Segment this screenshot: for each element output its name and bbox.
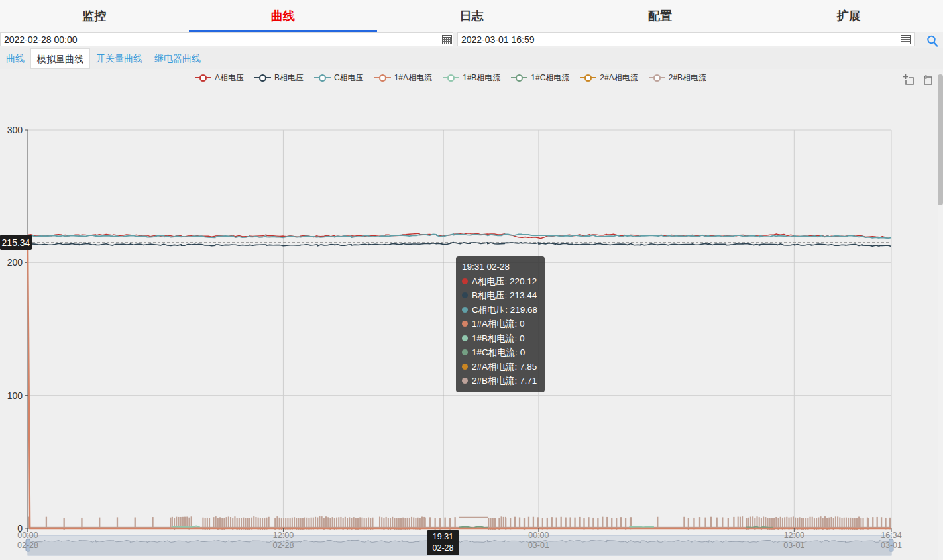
svg-text:12:00: 12:00 xyxy=(273,531,294,540)
tooltip-row: 1#C相电流: 0 xyxy=(462,345,537,360)
zoom-select-icon[interactable] xyxy=(903,74,915,86)
svg-text:00:00: 00:00 xyxy=(17,531,38,540)
tooltip-value: 2#B相电流: 7.71 xyxy=(472,374,537,388)
tab-label: 扩展 xyxy=(837,8,861,24)
x-pointer-date: 02-28 xyxy=(427,543,459,554)
app-window: 监控曲线日志配置扩展 曲线模拟量曲线开关量曲线继电器曲线 A相电压B相电压C相电… xyxy=(0,0,943,560)
legend-item-1[interactable]: B相电压 xyxy=(254,72,304,84)
vertical-scrollbar[interactable] xyxy=(938,73,943,560)
legend-line-circle-icon xyxy=(374,74,391,82)
curve-type-tabs: 曲线模拟量曲线开关量曲线继电器曲线 xyxy=(0,48,943,69)
calendar-icon[interactable] xyxy=(901,34,911,44)
tooltip-value: 1#A相电流: 0 xyxy=(472,317,525,331)
svg-text:00:00: 00:00 xyxy=(528,531,549,540)
svg-text:03-01: 03-01 xyxy=(881,541,902,550)
subtab-0[interactable]: 曲线 xyxy=(0,48,30,69)
legend-item-6[interactable]: 2#A相电流 xyxy=(580,72,638,84)
legend-item-4[interactable]: 1#B相电流 xyxy=(443,72,500,84)
legend-item-5[interactable]: 1#C相电流 xyxy=(511,72,569,84)
scrollbar-thumb[interactable] xyxy=(938,74,943,205)
legend-line-circle-icon xyxy=(511,74,527,82)
svg-text:12:00: 12:00 xyxy=(784,531,804,540)
tooltip-row: 2#B相电流: 7.71 xyxy=(462,374,537,388)
legend-line-circle-icon xyxy=(195,74,211,82)
legend-item-3[interactable]: 1#A相电流 xyxy=(374,72,432,84)
legend-line-circle-icon xyxy=(649,74,665,82)
series-dot-icon xyxy=(462,307,468,313)
datazoom-left-handle[interactable] xyxy=(26,539,30,551)
tab-label: 曲线 xyxy=(271,8,295,24)
start-datetime-input[interactable] xyxy=(0,32,453,46)
svg-text:0: 0 xyxy=(17,523,23,533)
tooltip-row: A相电压: 220.12 xyxy=(462,274,537,289)
end-datetime-input[interactable] xyxy=(457,32,915,46)
svg-text:03-01: 03-01 xyxy=(528,541,549,550)
series-dot-icon xyxy=(462,292,468,298)
tab-4[interactable]: 扩展 xyxy=(754,0,943,32)
svg-text:02-28: 02-28 xyxy=(272,541,294,550)
series-dot-icon xyxy=(462,335,468,341)
legend-label: 1#C相电流 xyxy=(531,72,569,84)
tooltip-row: B相电压: 213.44 xyxy=(462,288,537,303)
series-dot-icon xyxy=(462,349,468,355)
legend-item-7[interactable]: 2#B相电流 xyxy=(649,72,706,84)
svg-text:300: 300 xyxy=(7,125,23,135)
tooltip-value: 2#A相电流: 7.85 xyxy=(472,360,537,374)
legend-label: 2#B相电流 xyxy=(669,72,706,84)
x-axis-pointer-label: 19:31 02-28 xyxy=(427,530,459,555)
chart-tooltip: 19:31 02-28 A相电压: 220.12B相电压: 213.44C相电压… xyxy=(456,256,545,392)
svg-text:200: 200 xyxy=(7,257,23,268)
top-tab-bar: 监控曲线日志配置扩展 xyxy=(0,0,943,32)
tab-label: 监控 xyxy=(82,8,106,24)
tooltip-row: 1#A相电流: 0 xyxy=(462,317,537,331)
svg-text:03-01: 03-01 xyxy=(783,541,804,550)
legend-label: 1#B相电流 xyxy=(463,72,500,84)
tab-3[interactable]: 配置 xyxy=(566,0,755,32)
legend-label: 1#A相电流 xyxy=(394,72,432,84)
chart-legend: A相电压B相电压C相电压1#A相电流1#B相电流1#C相电流2#A相电流2#B相… xyxy=(0,70,901,85)
svg-text:100: 100 xyxy=(7,390,23,401)
legend-line-circle-icon xyxy=(580,74,596,82)
datazoom-right-handle[interactable] xyxy=(889,539,894,551)
chart-toolbox xyxy=(903,74,934,86)
tab-label: 配置 xyxy=(648,8,672,24)
tooltip-value: C相电压: 219.68 xyxy=(472,303,537,317)
series-dot-icon xyxy=(462,378,468,384)
series-dot-icon xyxy=(462,321,468,327)
restore-icon[interactable] xyxy=(922,74,934,86)
subtab-2[interactable]: 开关量曲线 xyxy=(90,48,148,69)
search-icon[interactable] xyxy=(926,34,939,48)
tab-2[interactable]: 日志 xyxy=(377,0,566,32)
legend-label: A相电压 xyxy=(215,72,244,84)
series-dot-icon xyxy=(462,278,468,284)
legend-item-0[interactable]: A相电压 xyxy=(195,72,244,84)
tab-label: 日志 xyxy=(459,8,483,24)
tab-1[interactable]: 曲线 xyxy=(189,0,378,32)
tab-0[interactable]: 监控 xyxy=(0,0,189,32)
legend-item-2[interactable]: C相电压 xyxy=(314,72,364,84)
tooltip-row: 2#A相电流: 7.85 xyxy=(462,360,537,374)
svg-text:02-28: 02-28 xyxy=(17,541,38,550)
subtab-1[interactable]: 模拟量曲线 xyxy=(30,48,90,69)
legend-line-circle-icon xyxy=(314,74,331,82)
legend-label: 2#A相电流 xyxy=(600,72,638,84)
legend-label: C相电压 xyxy=(334,72,364,84)
tooltip-value: 1#B相电流: 0 xyxy=(472,331,525,346)
y-axis-pointer-label: 215.34 xyxy=(0,235,32,250)
date-range-bar xyxy=(0,32,943,48)
tooltip-value: A相电压: 220.12 xyxy=(472,274,537,289)
tooltip-row: 1#B相电流: 0 xyxy=(462,331,537,346)
tooltip-title: 19:31 02-28 xyxy=(462,260,537,274)
subtab-3[interactable]: 继电器曲线 xyxy=(148,48,207,69)
series-dot-icon xyxy=(462,364,468,370)
svg-text:16:34: 16:34 xyxy=(881,531,901,540)
legend-line-circle-icon xyxy=(443,74,459,82)
tooltip-value: 1#C相电流: 0 xyxy=(472,345,525,360)
legend-line-circle-icon xyxy=(254,74,271,82)
calendar-icon[interactable] xyxy=(442,34,452,44)
tooltip-row: C相电压: 219.68 xyxy=(462,303,537,317)
x-pointer-time: 19:31 xyxy=(427,532,459,543)
legend-label: B相电压 xyxy=(274,72,304,84)
tooltip-value: B相电压: 213.44 xyxy=(472,288,537,303)
